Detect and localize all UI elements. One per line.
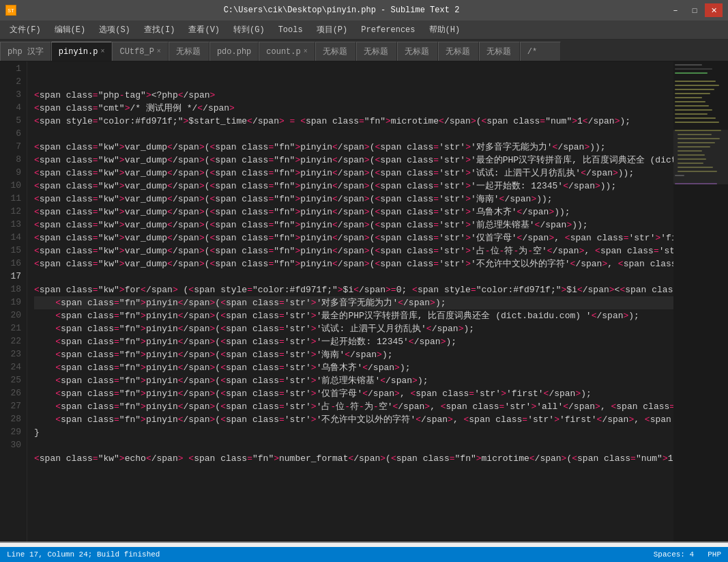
code-line-24: <span class="fn">pinyin</span>(<span cla…: [34, 387, 673, 400]
line-number-15: 15: [5, 244, 21, 257]
line-number-8: 8: [5, 154, 21, 167]
tab-1[interactable]: pinyin.p×: [51, 42, 113, 61]
code-line-30: [34, 465, 673, 478]
svg-rect-7: [675, 93, 710, 94]
tab-close-btn[interactable]: ×: [100, 48, 104, 55]
svg-rect-5: [675, 85, 719, 86]
tab-label: 无标题: [405, 46, 429, 57]
code-line-2: <span class="cmt">/* 测试用例 */</span>: [34, 102, 673, 115]
line-number-23: 23: [5, 348, 21, 361]
tab-label: pdo.php: [217, 47, 251, 57]
code-line-20: <span class="fn">pinyin</span>(<span cla…: [34, 335, 673, 348]
svg-rect-12: [675, 113, 708, 115]
cursor-position: Line 17, Column 24; Build finished: [7, 550, 160, 559]
close-button[interactable]: ✕: [705, 3, 723, 17]
menu-item-Tools[interactable]: Tools: [272, 23, 310, 38]
tab-4[interactable]: pdo.php: [209, 42, 259, 61]
menu-item-V[interactable]: 查看(V): [181, 21, 227, 38]
tab-7[interactable]: 无标题: [356, 42, 397, 61]
window-controls: − □ ✕: [667, 3, 723, 17]
tab-2[interactable]: CUtf8_P×: [112, 42, 168, 61]
svg-rect-1: [675, 64, 702, 66]
line-number-12: 12: [5, 206, 21, 219]
titlebar: ST C:\Users\cik\Desktop\pinyin.php - Sub…: [0, 0, 728, 20]
line-number-5: 5: [5, 115, 21, 128]
code-line-14: <span class="kw">var_dump</span>(<span c…: [34, 257, 673, 270]
line-number-10: 10: [5, 180, 21, 193]
tab-label: count.p: [266, 47, 300, 57]
statusbar: Line 17, Column 24; Build finished Space…: [0, 547, 728, 562]
tab-0[interactable]: php 汉字: [0, 42, 51, 61]
code-line-7: <span class="kw">var_dump</span>(<span c…: [34, 167, 673, 180]
svg-rect-2: [675, 68, 712, 70]
line-number-19: 19: [5, 296, 21, 309]
menu-item-I[interactable]: 查找(I): [137, 21, 182, 38]
tab-label: /*: [527, 47, 537, 57]
tab-3[interactable]: 无标题: [169, 42, 209, 61]
menu-item-G[interactable]: 转到(G): [227, 21, 272, 38]
tab-label: 无标题: [176, 46, 201, 57]
code-editor[interactable]: <span class="php-tag"><?php</span><span …: [27, 61, 673, 542]
tab-label: CUtf8_P: [119, 47, 154, 57]
line-number-3: 3: [5, 89, 21, 102]
line-number-16: 16: [5, 257, 21, 270]
svg-rect-8: [675, 97, 702, 98]
line-number-7: 7: [5, 141, 21, 154]
tab-close-btn[interactable]: ×: [157, 48, 161, 55]
minimize-button[interactable]: −: [667, 3, 684, 17]
code-line-17: <span class="fn">pinyin</span>(<span cla…: [34, 296, 673, 309]
line-number-17: 17: [5, 270, 21, 283]
svg-rect-9: [675, 101, 705, 102]
line-number-18: 18: [5, 283, 21, 296]
svg-rect-13: [675, 117, 716, 119]
code-line-22: <span class="fn">pinyin</span>(<span cla…: [34, 361, 673, 374]
code-line-9: <span class="kw">var_dump</span>(<span c…: [34, 193, 673, 206]
line-number-24: 24: [5, 361, 21, 374]
restore-button[interactable]: □: [686, 3, 703, 17]
line-number-21: 21: [5, 322, 21, 335]
menu-item-H[interactable]: 帮助(H): [422, 21, 467, 38]
menu-item-P[interactable]: 项目(P): [310, 21, 355, 38]
code-line-18: <span class="fn">pinyin</span>(<span cla…: [34, 309, 673, 322]
code-line-3: <span style="color:#fd971f;">$start_time…: [34, 115, 673, 128]
tab-close-btn[interactable]: ×: [304, 48, 308, 55]
tab-label: pinyin.p: [59, 47, 98, 57]
line-number-4: 4: [5, 102, 21, 115]
editor-container: 1234567891011121314151617181920212223242…: [0, 61, 728, 542]
tab-6[interactable]: 无标题: [315, 42, 356, 61]
code-line-26: <span class="fn">pinyin</span>(<span cla…: [34, 413, 673, 426]
tab-9[interactable]: 无标题: [438, 42, 479, 61]
menu-item-Preferences[interactable]: Preferences: [354, 23, 422, 38]
tab-10[interactable]: 无标题: [479, 42, 520, 61]
menu-item-F[interactable]: 文件(F): [3, 21, 48, 38]
line-number-26: 26: [5, 387, 21, 400]
tab-label: 无标题: [323, 46, 347, 57]
code-line-27: }: [34, 426, 673, 439]
tab-5[interactable]: count.p×: [259, 42, 315, 61]
code-line-19: <span class="fn">pinyin</span>(<span cla…: [34, 322, 673, 335]
code-line-6: <span class="kw">var_dump</span>(<span c…: [34, 154, 673, 167]
code-line-16: <span class="kw">for</span> (<span style…: [34, 283, 673, 296]
code-line-23: <span class="fn">pinyin</span>(<span cla…: [34, 374, 673, 387]
menubar: 文件(F)编辑(E)选项(S)查找(I)查看(V)转到(G)Tools项目(P)…: [0, 20, 728, 40]
line-number-6: 6: [5, 128, 21, 141]
tab-label: 无标题: [486, 46, 511, 57]
menu-item-S[interactable]: 选项(S): [92, 21, 137, 38]
code-line-13: <span class="kw">var_dump</span>(<span c…: [34, 244, 673, 257]
svg-rect-11: [675, 109, 712, 111]
line-number-13: 13: [5, 219, 21, 231]
code-line-4: [34, 128, 673, 141]
svg-rect-3: [675, 72, 708, 74]
line-number-2: 2: [5, 76, 21, 89]
code-line-10: <span class="kw">var_dump</span>(<span c…: [34, 206, 673, 219]
line-number-22: 22: [5, 335, 21, 348]
tab-11[interactable]: /*: [520, 42, 561, 61]
line-number-1: 1: [5, 63, 21, 76]
tab-8[interactable]: 无标题: [397, 42, 438, 61]
svg-rect-28: [673, 130, 728, 184]
svg-rect-0: [673, 61, 728, 376]
app-icon: ST: [5, 5, 16, 16]
menu-item-E[interactable]: 编辑(E): [48, 21, 93, 38]
line-number-11: 11: [5, 193, 21, 206]
line-number-30: 30: [5, 439, 21, 452]
